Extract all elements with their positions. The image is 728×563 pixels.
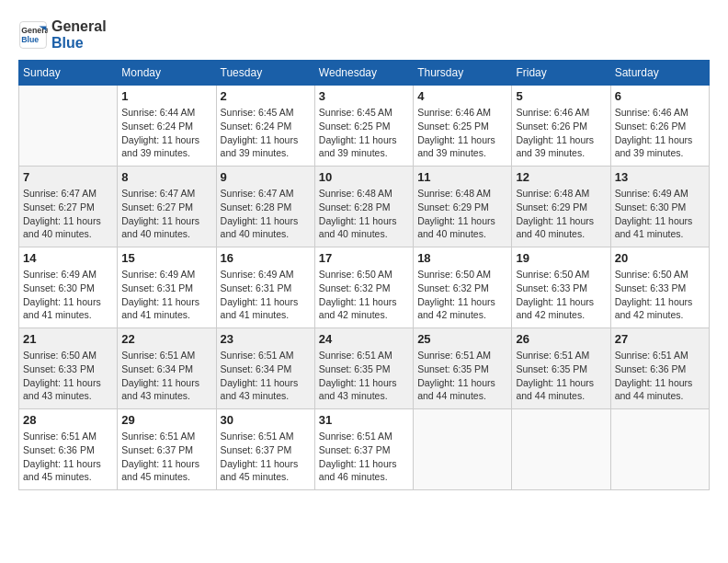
day-number: 21	[23, 332, 113, 346]
calendar-week-3: 14Sunrise: 6:49 AMSunset: 6:30 PMDayligh…	[19, 247, 710, 328]
calendar-cell: 25Sunrise: 6:51 AMSunset: 6:35 PMDayligh…	[414, 328, 512, 409]
day-header-sunday: Sunday	[19, 61, 118, 86]
day-number: 29	[121, 413, 211, 427]
day-info: Sunrise: 6:48 AMSunset: 6:28 PMDaylight:…	[319, 187, 409, 241]
day-info: Sunrise: 6:45 AMSunset: 6:24 PMDaylight:…	[221, 106, 311, 160]
day-info: Sunrise: 6:51 AMSunset: 6:34 PMDaylight:…	[121, 349, 211, 403]
calendar-cell: 20Sunrise: 6:50 AMSunset: 6:33 PMDayligh…	[610, 247, 709, 328]
day-info: Sunrise: 6:46 AMSunset: 6:26 PMDaylight:…	[516, 106, 606, 160]
calendar-week-4: 21Sunrise: 6:50 AMSunset: 6:33 PMDayligh…	[19, 328, 710, 409]
day-number: 2	[221, 89, 311, 103]
calendar-week-5: 28Sunrise: 6:51 AMSunset: 6:36 PMDayligh…	[19, 409, 710, 490]
calendar-cell: 10Sunrise: 6:48 AMSunset: 6:28 PMDayligh…	[314, 167, 413, 247]
day-info: Sunrise: 6:51 AMSunset: 6:35 PMDaylight:…	[319, 349, 409, 403]
day-number: 3	[319, 89, 409, 103]
day-number: 11	[417, 170, 507, 184]
day-info: Sunrise: 6:46 AMSunset: 6:26 PMDaylight:…	[615, 106, 705, 160]
calendar-week-2: 7Sunrise: 6:47 AMSunset: 6:27 PMDaylight…	[19, 167, 710, 247]
calendar-cell: 19Sunrise: 6:50 AMSunset: 6:33 PMDayligh…	[512, 247, 610, 328]
day-info: Sunrise: 6:49 AMSunset: 6:31 PMDaylight:…	[221, 268, 311, 322]
svg-text:Blue: Blue	[21, 35, 39, 44]
day-header-tuesday: Tuesday	[216, 61, 314, 86]
day-info: Sunrise: 6:50 AMSunset: 6:32 PMDaylight:…	[319, 268, 409, 322]
calendar-cell: 6Sunrise: 6:46 AMSunset: 6:26 PMDaylight…	[610, 86, 709, 167]
calendar-cell: 12Sunrise: 6:48 AMSunset: 6:29 PMDayligh…	[512, 167, 610, 247]
day-info: Sunrise: 6:51 AMSunset: 6:35 PMDaylight:…	[516, 349, 606, 403]
day-info: Sunrise: 6:51 AMSunset: 6:36 PMDaylight:…	[615, 349, 705, 403]
day-number: 27	[615, 332, 705, 346]
day-info: Sunrise: 6:50 AMSunset: 6:33 PMDaylight:…	[516, 268, 606, 322]
calendar-header-row: SundayMondayTuesdayWednesdayThursdayFrid…	[19, 61, 710, 86]
day-number: 25	[417, 332, 507, 346]
calendar-cell: 9Sunrise: 6:47 AMSunset: 6:28 PMDaylight…	[216, 167, 314, 247]
day-number: 14	[23, 251, 113, 265]
day-info: Sunrise: 6:44 AMSunset: 6:24 PMDaylight:…	[121, 106, 211, 160]
day-info: Sunrise: 6:50 AMSunset: 6:32 PMDaylight:…	[417, 268, 507, 322]
day-number: 24	[319, 332, 409, 346]
day-number: 19	[516, 251, 606, 265]
calendar-cell: 1Sunrise: 6:44 AMSunset: 6:24 PMDaylight…	[118, 86, 216, 167]
calendar-cell: 24Sunrise: 6:51 AMSunset: 6:35 PMDayligh…	[314, 328, 413, 409]
day-number: 6	[615, 89, 705, 103]
calendar-cell: 2Sunrise: 6:45 AMSunset: 6:24 PMDaylight…	[216, 86, 314, 167]
day-info: Sunrise: 6:46 AMSunset: 6:25 PMDaylight:…	[417, 106, 507, 160]
day-info: Sunrise: 6:49 AMSunset: 6:31 PMDaylight:…	[121, 268, 211, 322]
logo-blue: Blue	[51, 35, 107, 52]
calendar-cell	[414, 409, 512, 490]
day-number: 5	[516, 89, 606, 103]
calendar-cell: 5Sunrise: 6:46 AMSunset: 6:26 PMDaylight…	[512, 86, 610, 167]
calendar-cell	[19, 86, 118, 167]
day-number: 7	[23, 170, 113, 184]
page-header: General Blue General Blue	[18, 18, 710, 51]
day-info: Sunrise: 6:47 AMSunset: 6:28 PMDaylight:…	[221, 187, 311, 241]
day-number: 9	[221, 170, 311, 184]
day-info: Sunrise: 6:48 AMSunset: 6:29 PMDaylight:…	[516, 187, 606, 241]
calendar-table: SundayMondayTuesdayWednesdayThursdayFrid…	[18, 60, 710, 490]
calendar-cell: 18Sunrise: 6:50 AMSunset: 6:32 PMDayligh…	[414, 247, 512, 328]
calendar-cell	[512, 409, 610, 490]
day-info: Sunrise: 6:48 AMSunset: 6:29 PMDaylight:…	[417, 187, 507, 241]
day-info: Sunrise: 6:47 AMSunset: 6:27 PMDaylight:…	[121, 187, 211, 241]
day-number: 12	[516, 170, 606, 184]
day-info: Sunrise: 6:51 AMSunset: 6:37 PMDaylight:…	[121, 430, 211, 484]
calendar-cell: 29Sunrise: 6:51 AMSunset: 6:37 PMDayligh…	[118, 409, 216, 490]
calendar-cell: 26Sunrise: 6:51 AMSunset: 6:35 PMDayligh…	[512, 328, 610, 409]
calendar-cell: 28Sunrise: 6:51 AMSunset: 6:36 PMDayligh…	[19, 409, 118, 490]
day-info: Sunrise: 6:51 AMSunset: 6:36 PMDaylight:…	[23, 430, 113, 484]
logo-icon: General Blue	[18, 20, 48, 50]
day-header-thursday: Thursday	[414, 61, 512, 86]
calendar-cell: 4Sunrise: 6:46 AMSunset: 6:25 PMDaylight…	[414, 86, 512, 167]
day-info: Sunrise: 6:51 AMSunset: 6:37 PMDaylight:…	[221, 430, 311, 484]
day-number: 4	[417, 89, 507, 103]
day-number: 22	[121, 332, 211, 346]
day-info: Sunrise: 6:51 AMSunset: 6:37 PMDaylight:…	[319, 430, 409, 484]
day-header-wednesday: Wednesday	[314, 61, 413, 86]
day-info: Sunrise: 6:50 AMSunset: 6:33 PMDaylight:…	[23, 349, 113, 403]
day-number: 8	[121, 170, 211, 184]
day-number: 18	[417, 251, 507, 265]
day-info: Sunrise: 6:49 AMSunset: 6:30 PMDaylight:…	[615, 187, 705, 241]
calendar-cell: 15Sunrise: 6:49 AMSunset: 6:31 PMDayligh…	[118, 247, 216, 328]
calendar-cell: 14Sunrise: 6:49 AMSunset: 6:30 PMDayligh…	[19, 247, 118, 328]
calendar-cell: 31Sunrise: 6:51 AMSunset: 6:37 PMDayligh…	[314, 409, 413, 490]
calendar-cell: 11Sunrise: 6:48 AMSunset: 6:29 PMDayligh…	[414, 167, 512, 247]
calendar-cell: 3Sunrise: 6:45 AMSunset: 6:25 PMDaylight…	[314, 86, 413, 167]
day-number: 1	[121, 89, 211, 103]
day-header-monday: Monday	[118, 61, 216, 86]
calendar-cell: 23Sunrise: 6:51 AMSunset: 6:34 PMDayligh…	[216, 328, 314, 409]
day-info: Sunrise: 6:51 AMSunset: 6:35 PMDaylight:…	[417, 349, 507, 403]
day-info: Sunrise: 6:47 AMSunset: 6:27 PMDaylight:…	[23, 187, 113, 241]
day-number: 28	[23, 413, 113, 427]
logo: General Blue General Blue	[18, 18, 107, 51]
calendar-cell: 22Sunrise: 6:51 AMSunset: 6:34 PMDayligh…	[118, 328, 216, 409]
day-header-friday: Friday	[512, 61, 610, 86]
calendar-cell: 7Sunrise: 6:47 AMSunset: 6:27 PMDaylight…	[19, 167, 118, 247]
day-number: 16	[221, 251, 311, 265]
day-number: 30	[221, 413, 311, 427]
day-number: 15	[121, 251, 211, 265]
day-number: 31	[319, 413, 409, 427]
calendar-week-1: 1Sunrise: 6:44 AMSunset: 6:24 PMDaylight…	[19, 86, 710, 167]
calendar-cell: 8Sunrise: 6:47 AMSunset: 6:27 PMDaylight…	[118, 167, 216, 247]
day-header-saturday: Saturday	[610, 61, 709, 86]
calendar-cell: 17Sunrise: 6:50 AMSunset: 6:32 PMDayligh…	[314, 247, 413, 328]
